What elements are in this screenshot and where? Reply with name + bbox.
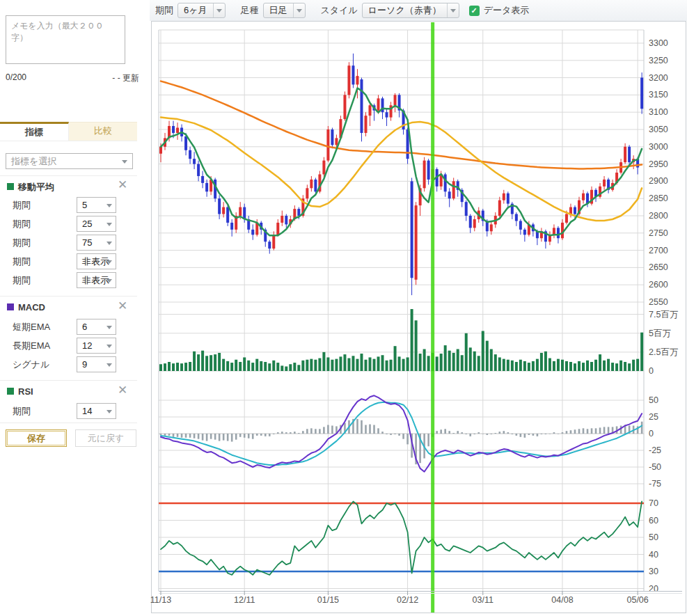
row-label: 期間 (13, 216, 31, 232)
svg-text:5百万: 5百万 (649, 329, 671, 338)
chevron-down-icon (106, 242, 112, 245)
chevron-down-icon[interactable] (293, 3, 305, 17)
indicator-color-swatch (7, 388, 14, 395)
tab-compare[interactable]: 比較 (69, 122, 137, 141)
save-button[interactable]: 保存 (6, 429, 67, 447)
svg-text:3250: 3250 (649, 56, 668, 65)
svg-text:2750: 2750 (649, 228, 668, 238)
svg-text:20: 20 (649, 584, 658, 594)
cursor-line[interactable] (431, 22, 434, 613)
svg-text:2600: 2600 (649, 280, 668, 290)
ma-period-5-select[interactable]: 非表示 (77, 272, 116, 288)
bar-type-select[interactable]: 日足 (263, 3, 306, 18)
svg-text:3150: 3150 (649, 90, 668, 100)
divider (0, 380, 137, 381)
section-title-ma: 移動平均 (7, 181, 54, 192)
svg-text:2850: 2850 (649, 194, 668, 203)
svg-text:05/06: 05/06 (626, 595, 648, 605)
svg-text:50: 50 (649, 532, 658, 542)
rsi-period-select[interactable]: 14 (77, 403, 116, 419)
svg-text:70: 70 (649, 498, 658, 508)
row-label: 短期EMA (13, 319, 50, 335)
svg-text:40: 40 (649, 550, 658, 560)
svg-text:30: 30 (649, 567, 658, 576)
chevron-down-icon (106, 223, 112, 226)
data-display-label: データ表示 (484, 4, 530, 17)
indicator-color-swatch (7, 183, 14, 190)
tab-indicators[interactable]: 指標 (0, 122, 69, 141)
divider (0, 422, 137, 423)
ma-period-2-select[interactable]: 25 (77, 216, 116, 232)
sidebar-tabs: 指標 比較 (0, 122, 137, 141)
svg-text:-50: -50 (649, 462, 661, 472)
chevron-down-icon (106, 326, 112, 329)
chart-frame (152, 22, 686, 613)
row-label: シグナル (13, 357, 49, 372)
indicator-sidebar: 0/200 - - 更新 指標 比較 指標を選択 移動平均 ✕ 期間 5 期間 … (0, 0, 150, 616)
svg-text:3100: 3100 (649, 107, 668, 117)
period-select[interactable]: 6ヶ月 (177, 3, 226, 18)
svg-text:50: 50 (649, 395, 658, 405)
svg-text:2.5百万: 2.5百万 (649, 347, 678, 357)
chevron-down-icon[interactable] (447, 3, 459, 17)
section-title-macd: MACD (7, 302, 45, 313)
svg-text:-75: -75 (649, 479, 661, 489)
ma-period-3-select[interactable]: 75 (77, 235, 116, 251)
ma-period-4-select[interactable]: 非表示 (77, 253, 116, 269)
svg-text:11/13: 11/13 (150, 595, 171, 605)
ma-period-1-select[interactable]: 5 (77, 197, 116, 213)
chevron-down-icon (122, 160, 127, 164)
macd-short-ema-select[interactable]: 6 (77, 319, 116, 335)
svg-text:02/12: 02/12 (397, 595, 418, 605)
chevron-down-icon (106, 204, 112, 207)
divider (0, 175, 137, 176)
svg-text:3000: 3000 (649, 142, 668, 152)
svg-text:2800: 2800 (649, 211, 668, 221)
svg-text:01/15: 01/15 (317, 595, 339, 605)
svg-text:25: 25 (649, 412, 658, 422)
chevron-down-icon (106, 345, 112, 348)
style-select[interactable]: ローソク（赤青） (362, 3, 459, 18)
row-label: 期間 (13, 254, 31, 269)
svg-text:3050: 3050 (649, 125, 668, 134)
chevron-down-icon (106, 260, 112, 264)
row-label: 期間 (13, 235, 31, 251)
memo-input[interactable] (6, 15, 125, 64)
row-label: 期間 (13, 404, 31, 419)
chevron-down-icon (106, 279, 112, 283)
memo-counter: 0/200 (6, 72, 26, 82)
indicator-select[interactable]: 指標を選択 (6, 153, 133, 169)
svg-text:2550: 2550 (649, 297, 668, 307)
svg-text:03/11: 03/11 (473, 595, 493, 605)
svg-text:60: 60 (649, 516, 658, 526)
svg-text:2650: 2650 (649, 262, 668, 272)
svg-text:0: 0 (649, 366, 654, 376)
reset-button[interactable]: 元に戻す (75, 429, 136, 447)
svg-text:3200: 3200 (649, 73, 668, 83)
svg-text:2950: 2950 (649, 159, 668, 169)
indicator-color-swatch (7, 303, 14, 310)
svg-text:3300: 3300 (649, 38, 668, 48)
row-label: 長期EMA (13, 338, 50, 354)
memo-update-label: - - 更新 (112, 72, 139, 84)
data-display-checkbox[interactable]: ✓ (469, 6, 480, 16)
svg-text:2700: 2700 (649, 246, 668, 255)
close-icon[interactable]: ✕ (117, 180, 128, 191)
section-title-rsi: RSI (7, 386, 33, 397)
macd-signal-select[interactable]: 9 (77, 356, 116, 372)
close-icon[interactable]: ✕ (117, 301, 128, 312)
divider (0, 296, 137, 297)
svg-text:7.5百万: 7.5百万 (649, 310, 678, 319)
svg-text:04/08: 04/08 (551, 595, 573, 605)
row-label: 期間 (13, 273, 31, 288)
chevron-down-icon[interactable] (213, 3, 225, 17)
period-label: 期間 (155, 4, 173, 17)
style-label: スタイル (321, 4, 358, 17)
svg-text:0: 0 (649, 429, 654, 439)
svg-text:-25: -25 (649, 445, 661, 455)
bar-type-label: 足種 (241, 4, 259, 17)
chevron-down-icon (106, 363, 112, 367)
macd-long-ema-select[interactable]: 12 (77, 338, 116, 354)
svg-text:2900: 2900 (649, 176, 668, 186)
close-icon[interactable]: ✕ (117, 385, 128, 396)
